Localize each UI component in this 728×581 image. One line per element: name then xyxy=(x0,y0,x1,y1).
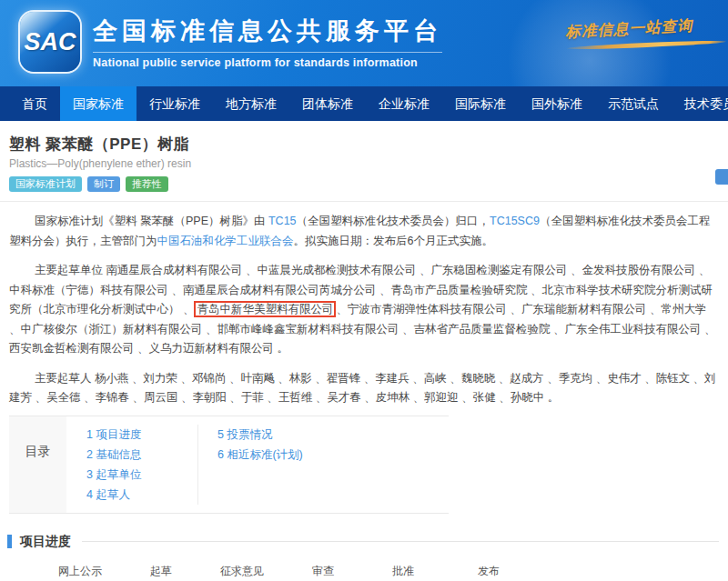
toc-link-voting[interactable]: 5 投票情况 xyxy=(217,425,449,445)
toc-link-similar-standards[interactable]: 6 相近标准(计划) xyxy=(217,445,449,465)
progress-timeline: 网上公示 起草 征求意见 审查 批准 发布 xyxy=(0,559,728,581)
main-content: 塑料 聚苯醚（PPE）树脂 Plastics—Poly(phenylene et… xyxy=(0,134,728,581)
project-progress-title: 项目进度 xyxy=(20,534,71,550)
nav-item-foreign-standards[interactable]: 国外标准 xyxy=(519,86,595,121)
nav-item-group-standards[interactable]: 团体标准 xyxy=(289,86,366,121)
nav-item-home[interactable]: 首页 xyxy=(9,86,60,121)
toc-column-1: 1 项目进度 2 基础信息 3 起草单位 4 起草人 xyxy=(86,425,197,505)
drafting-units-paragraph: 主要起草单位 南通星辰合成材料有限公司 、中蓝晨光成都检测技术有限公司 、广东稳… xyxy=(9,261,719,359)
timeline-step-comment-solicitation: 征求意见 xyxy=(201,565,283,581)
section-marker-bar xyxy=(7,535,12,548)
timeline-step-approval: 批准 xyxy=(362,565,444,581)
timeline-step-publication: 发布 xyxy=(448,565,530,581)
site-subtitle: National public service platform for sta… xyxy=(93,52,442,69)
plan-title-block: 塑料 聚苯醚（PPE）树脂 Plastics—Poly(phenylene et… xyxy=(9,134,719,192)
side-float-widget[interactable] xyxy=(715,169,728,185)
nav-item-national-standards[interactable]: 国家标准 xyxy=(60,86,136,121)
page-title: 塑料 聚苯醚（PPE）树脂 xyxy=(9,134,719,155)
cpcif-link[interactable]: 中国石油和化学工业联合会 xyxy=(157,235,294,247)
toc-link-drafting-units[interactable]: 3 起草单位 xyxy=(86,465,197,485)
badge-national-standard-plan: 国家标准计划 xyxy=(9,176,82,192)
table-of-contents: 目录 1 项目进度 2 基础信息 3 起草单位 4 起草人 5 投票情况 6 相… xyxy=(9,416,449,514)
nav-item-international-standards[interactable]: 国际标准 xyxy=(442,86,519,121)
tc15sc9-link[interactable]: TC15SC9 xyxy=(490,215,540,227)
nav-item-local-standards[interactable]: 地方标准 xyxy=(213,86,289,121)
timeline-step-online-publicity: 网上公示 xyxy=(39,565,121,581)
toc-column-2: 5 投票情况 6 相近标准(计划) xyxy=(197,425,449,505)
site-title: 全国标准信息公共服务平台 xyxy=(93,15,442,47)
site-title-group: 全国标准信息公共服务平台 National public service pla… xyxy=(93,15,442,69)
badge-recommended: 推荐性 xyxy=(126,176,168,192)
title-divider xyxy=(0,201,728,202)
highlight-box-qingdao-zhongxin-huamei: 青岛中新华美塑料有限公司 xyxy=(194,301,336,317)
nav-item-enterprise-standards[interactable]: 企业标准 xyxy=(366,86,442,121)
drafters-paragraph: 主要起草人 杨小燕 、刘力荣 、邓锦尚 、叶南飚 、林影 、翟晋锋 、李建兵 、… xyxy=(9,369,719,408)
page-title-en: Plastics—Poly(phenylene ether) resin xyxy=(9,157,719,170)
header-rule xyxy=(82,541,719,542)
slogan-calligraphy: 标准信息一站查询 xyxy=(545,15,714,44)
project-progress-section: 项目进度 网上公示 起草 征求意见 审查 批准 xyxy=(0,534,728,581)
badge-row: 国家标准计划 制订 推荐性 xyxy=(9,176,719,192)
intro-text: 。拟实施日期：发布后6个月正式实施。 xyxy=(294,235,493,247)
project-progress-header: 项目进度 xyxy=(7,534,719,550)
intro-text: 国家标准计划《塑料 聚苯醚（PPE）树脂》由 xyxy=(35,215,268,227)
toc-link-project-progress[interactable]: 1 项目进度 xyxy=(86,425,197,445)
toc-link-drafters[interactable]: 4 起草人 xyxy=(86,485,197,505)
nav-item-pilot-demo[interactable]: 示范试点 xyxy=(595,86,672,121)
main-nav: 首页 国家标准 行业标准 地方标准 团体标准 企业标准 国际标准 国外标准 示范… xyxy=(0,86,728,121)
nav-item-technical-committee[interactable]: 技术委员会 xyxy=(672,86,728,121)
timeline-step-drafting: 起草 xyxy=(120,565,202,581)
plan-description: 国家标准计划《塑料 聚苯醚（PPE）树脂》由 TC15（全国塑料标准化技术委员会… xyxy=(9,212,719,408)
timeline-step-review: 审查 xyxy=(282,565,364,581)
sac-logo[interactable]: SAC xyxy=(20,12,80,72)
sac-logo-text: SAC xyxy=(24,28,76,56)
toc-label: 目录 xyxy=(9,416,66,513)
nav-item-industry-standards[interactable]: 行业标准 xyxy=(136,86,213,121)
toc-link-basic-info[interactable]: 2 基础信息 xyxy=(86,445,197,465)
intro-paragraph: 国家标准计划《塑料 聚苯醚（PPE）树脂》由 TC15（全国塑料标准化技术委员会… xyxy=(9,212,719,251)
tc15-link[interactable]: TC15 xyxy=(268,215,297,227)
intro-text: （全国塑料标准化技术委员会）归口， xyxy=(297,215,490,227)
badge-formulate: 制订 xyxy=(87,176,120,192)
toc-links: 1 项目进度 2 基础信息 3 起草单位 4 起草人 5 投票情况 6 相近标准… xyxy=(66,416,449,513)
site-header: SAC 全国标准信息公共服务平台 National public service… xyxy=(0,0,728,86)
